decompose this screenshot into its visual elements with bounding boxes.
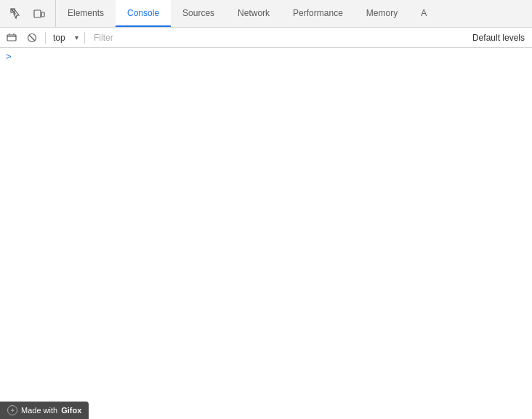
tab-more[interactable]: A: [409, 0, 438, 27]
svg-rect-1: [34, 10, 41, 17]
console-toolbar: top ▾ Default levels: [0, 28, 532, 48]
badge-prefix: Made with: [21, 406, 57, 415]
filter-input[interactable]: [89, 29, 465, 47]
badge-app: Gifox: [61, 406, 81, 415]
svg-line-8: [29, 35, 35, 41]
tab-bar: Elements Console Sources Network Perform…: [0, 0, 532, 28]
tab-network[interactable]: Network: [226, 0, 281, 27]
device-toolbar-button[interactable]: [29, 4, 49, 24]
tab-memory[interactable]: Memory: [355, 0, 409, 27]
clear-console-button[interactable]: [3, 29, 20, 47]
gifox-icon: ✦: [7, 405, 17, 415]
inspect-element-button[interactable]: [6, 4, 26, 24]
tab-sources[interactable]: Sources: [171, 0, 226, 27]
context-select-input[interactable]: top: [50, 29, 80, 47]
default-levels-button[interactable]: Default levels: [468, 29, 529, 47]
stop-button[interactable]: [23, 29, 41, 47]
console-content[interactable]: >: [0, 48, 532, 396]
prompt-arrow-icon: >: [6, 51, 12, 62]
toolbar-divider: [45, 32, 46, 44]
tab-performance[interactable]: Performance: [281, 0, 355, 27]
devtools-icons: [0, 0, 56, 27]
svg-rect-3: [7, 35, 16, 41]
tab-console[interactable]: Console: [116, 0, 171, 27]
context-selector[interactable]: top ▾: [50, 29, 80, 47]
toolbar-divider-2: [84, 32, 85, 44]
tab-elements[interactable]: Elements: [56, 0, 116, 27]
console-prompt[interactable]: >: [0, 48, 532, 65]
svg-rect-2: [41, 12, 44, 17]
gifox-badge: ✦ Made with Gifox: [0, 402, 89, 419]
